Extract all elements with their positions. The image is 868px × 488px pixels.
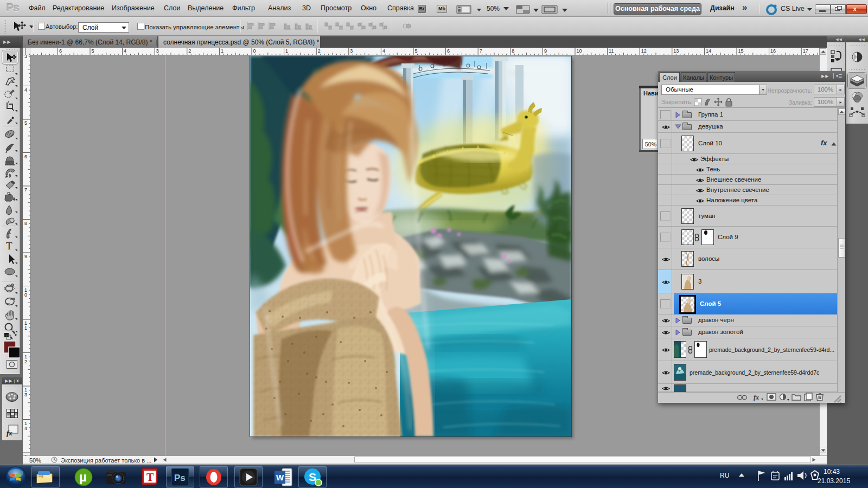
svg-text:6: 6 [447,48,450,54]
svg-text:5: 5 [24,120,27,126]
svg-text:12: 12 [641,48,647,54]
svg-text:2: 2 [24,359,27,364]
svg-text:8: 8 [24,221,27,226]
svg-text:Ps: Ps [174,473,186,483]
svg-text:4: 4 [382,48,385,54]
svg-text:1: 1 [24,454,27,455]
svg-text:T: T [6,240,12,252]
svg-text:0: 0 [253,48,256,54]
svg-text:1: 1 [24,325,27,331]
svg-text:3: 3 [350,48,353,54]
svg-text:6: 6 [59,48,62,54]
svg-text:2: 2 [318,48,321,54]
svg-text:1: 1 [221,48,224,54]
svg-text:16: 16 [770,48,776,54]
svg-text:1: 1 [285,48,288,54]
svg-text:8: 8 [512,48,514,54]
svg-text:fx: fx [7,429,12,437]
svg-text:0: 0 [24,292,27,298]
svg-text:6: 6 [24,154,27,159]
svg-text:14: 14 [706,48,711,54]
svg-text:3: 3 [24,55,27,59]
svg-text:10: 10 [577,48,582,54]
svg-text:µ: µ [79,470,87,484]
svg-text:3: 3 [156,48,159,54]
svg-text:4: 4 [124,48,126,54]
svg-text:2: 2 [188,48,191,54]
svg-text:4: 4 [24,426,27,431]
svg-text:13: 13 [673,48,679,54]
svg-text:17: 17 [803,48,808,54]
svg-text:W: W [276,473,284,482]
svg-text:4: 4 [24,87,27,93]
svg-text:15: 15 [738,48,744,54]
svg-text:5: 5 [415,48,418,54]
svg-text:3: 3 [24,392,27,397]
svg-text:11: 11 [609,48,614,54]
svg-text:fx: fx [754,394,759,401]
svg-text:7: 7 [24,187,27,192]
svg-text:9: 9 [544,48,547,54]
svg-text:9: 9 [24,254,27,259]
svg-text:T: T [146,471,154,483]
svg-text:7: 7 [480,48,482,54]
svg-text:5: 5 [92,48,94,54]
